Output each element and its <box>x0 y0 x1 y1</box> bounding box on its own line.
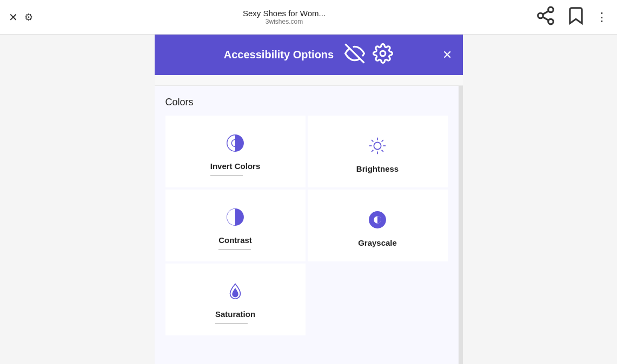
svg-line-4 <box>543 11 549 14</box>
bookmark-icon[interactable] <box>566 5 586 29</box>
close-tab-icon[interactable]: ✕ <box>9 11 18 24</box>
eye-off-icon[interactable] <box>344 43 365 66</box>
close-accessibility-icon[interactable]: ✕ <box>442 48 452 62</box>
svg-line-16 <box>382 140 383 141</box>
share-icon[interactable] <box>535 5 556 29</box>
saturation-card[interactable]: Saturation <box>165 264 306 335</box>
svg-point-6 <box>380 51 386 56</box>
browser-actions: ⋮ <box>535 5 608 29</box>
browser-title-area: Sexy Shoes for Wom... 3wishes.com <box>39 9 529 25</box>
options-grid: Invert Colors <box>165 116 448 335</box>
header-icons <box>344 43 393 66</box>
brightness-card[interactable]: Brightness <box>308 116 448 187</box>
invert-colors-icon <box>223 131 247 155</box>
svg-point-0 <box>548 7 554 12</box>
saturation-label: Saturation <box>215 309 255 324</box>
brightness-label: Brightness <box>356 164 399 173</box>
invert-colors-card[interactable]: Invert Colors <box>165 116 306 187</box>
brightness-icon <box>366 134 389 158</box>
scrollbar[interactable] <box>459 86 463 364</box>
colors-section-title: Colors <box>165 97 448 108</box>
grayscale-card[interactable]: Grayscale <box>308 190 448 261</box>
more-icon[interactable]: ⋮ <box>596 10 608 24</box>
accessibility-title: Accessibility Options <box>224 49 334 61</box>
invert-colors-label: Invert Colors <box>210 161 261 176</box>
settings-icon[interactable] <box>373 43 393 66</box>
svg-point-1 <box>538 13 543 18</box>
saturation-icon <box>223 279 247 303</box>
colors-section: Colors Invert Colors <box>155 86 459 335</box>
grayscale-label: Grayscale <box>358 238 397 247</box>
contrast-icon <box>223 205 247 229</box>
main-content: Colors Invert Colors <box>155 86 463 364</box>
accessibility-panel: Accessibility Options ✕ <box>155 35 463 364</box>
svg-point-9 <box>374 142 381 149</box>
thin-separator <box>155 75 463 86</box>
contrast-label: Contrast <box>218 235 252 250</box>
svg-line-17 <box>371 150 373 152</box>
contrast-card[interactable]: Contrast <box>165 190 306 261</box>
svg-point-2 <box>548 19 554 24</box>
page-subtitle: 3wishes.com <box>266 18 303 25</box>
panel-scroll[interactable]: Colors Invert Colors <box>155 86 459 364</box>
svg-line-15 <box>382 150 383 152</box>
grayscale-icon <box>366 208 389 232</box>
accessibility-header: Accessibility Options ✕ <box>155 35 463 75</box>
page-title: Sexy Shoes for Wom... <box>243 9 326 18</box>
filter-icon[interactable]: ⚙ <box>24 11 33 23</box>
svg-line-3 <box>543 17 549 20</box>
svg-line-14 <box>371 140 373 141</box>
browser-bar: ✕ ⚙ Sexy Shoes for Wom... 3wishes.com ⋮ <box>0 0 617 35</box>
